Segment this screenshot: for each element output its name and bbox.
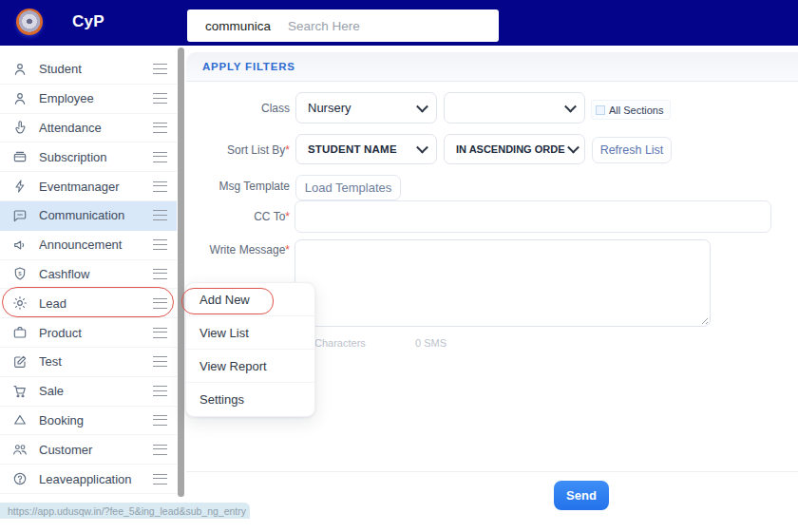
brand-title: CyP bbox=[72, 12, 104, 31]
student-icon bbox=[12, 62, 28, 77]
sidebar-item-label: Subscription bbox=[39, 150, 153, 164]
menu-item-view-report[interactable]: View Report bbox=[186, 350, 314, 383]
chevron-down-icon bbox=[567, 142, 580, 154]
chevron-down-icon bbox=[416, 100, 428, 112]
lead-context-menu: Add New View List View Report Settings bbox=[185, 282, 315, 417]
class-select[interactable]: Nursery bbox=[295, 92, 437, 124]
app-window: CyP communica Search Here Student Employ… bbox=[0, 0, 798, 532]
sms-counter: 0 SMS bbox=[415, 337, 446, 349]
announcement-icon bbox=[12, 238, 28, 253]
submenu-toggle-icon[interactable] bbox=[153, 356, 167, 367]
sidebar-item-booking[interactable]: Booking bbox=[0, 407, 177, 436]
submenu-toggle-icon[interactable] bbox=[153, 269, 167, 279]
booking-icon bbox=[12, 412, 28, 428]
sidebar-item-employee[interactable]: Employee bbox=[0, 85, 177, 114]
submenu-toggle-icon[interactable] bbox=[153, 239, 167, 250]
sale-icon bbox=[12, 384, 28, 399]
sidebar-scrollbar[interactable] bbox=[178, 48, 184, 497]
sidebar-item-cashflow[interactable]: $ Cashflow bbox=[0, 260, 177, 290]
sidebar-item-label: Test bbox=[39, 354, 153, 369]
send-button[interactable]: Send bbox=[554, 481, 609, 510]
sidebar-item-lead[interactable]: Lead bbox=[0, 289, 177, 318]
leaveapplication-icon bbox=[12, 471, 28, 486]
sort-by-select[interactable]: STUDENT NAME bbox=[295, 134, 437, 164]
sidebar-item-sale[interactable]: Sale bbox=[0, 377, 177, 407]
sidebar-item-label: Sale bbox=[39, 384, 153, 398]
message-textarea[interactable] bbox=[294, 239, 711, 327]
sidebar-item-student[interactable]: Student bbox=[0, 55, 177, 85]
resize-handle[interactable] bbox=[699, 315, 708, 324]
submenu-toggle-icon[interactable] bbox=[153, 445, 167, 455]
sidebar-item-test[interactable]: Test bbox=[0, 348, 177, 377]
customer-icon bbox=[12, 442, 28, 457]
submenu-toggle-icon[interactable] bbox=[153, 123, 167, 133]
sidebar-item-label: Employee bbox=[39, 91, 153, 105]
refresh-list-button[interactable]: Refresh List bbox=[592, 137, 672, 163]
sort-by-select-value: STUDENT NAME bbox=[308, 143, 397, 155]
sidebar-nav: Student Employee Attendance Subscription… bbox=[0, 55, 177, 494]
submenu-toggle-icon[interactable] bbox=[153, 210, 167, 220]
sort-order-select[interactable]: IN ASCENDING ORDE bbox=[444, 134, 585, 164]
checkbox-icon[interactable] bbox=[596, 105, 605, 115]
chevron-down-icon bbox=[564, 100, 577, 112]
cashflow-icon: $ bbox=[12, 266, 28, 281]
menu-item-settings[interactable]: Settings bbox=[186, 383, 314, 416]
subscription-icon bbox=[12, 149, 28, 164]
lead-icon bbox=[12, 295, 28, 311]
top-header: CyP communica Search Here bbox=[0, 0, 798, 46]
sidebar-item-communication[interactable]: Communication bbox=[0, 201, 177, 231]
sidebar-item-subscription[interactable]: Subscription bbox=[0, 142, 177, 172]
svg-text:$: $ bbox=[18, 271, 22, 276]
product-icon bbox=[12, 325, 28, 340]
eventmanager-icon bbox=[12, 179, 28, 194]
submenu-toggle-icon[interactable] bbox=[153, 386, 167, 396]
write-message-label: Write Message* bbox=[195, 243, 290, 256]
sort-list-by-label: Sort List By* bbox=[195, 143, 290, 157]
search-bar[interactable]: communica Search Here bbox=[187, 10, 499, 42]
sidebar-item-product[interactable]: Product bbox=[0, 318, 177, 348]
msg-template-label: Msg Template bbox=[195, 180, 290, 193]
menu-item-view-list[interactable]: View List bbox=[186, 316, 314, 350]
app-logo-icon[interactable] bbox=[16, 9, 43, 35]
submenu-toggle-icon[interactable] bbox=[153, 415, 167, 426]
sidebar-item-label: Cashflow bbox=[39, 267, 153, 281]
load-templates-button[interactable]: Load Templates bbox=[295, 175, 401, 200]
sidebar-item-announcement[interactable]: Announcement bbox=[0, 231, 177, 260]
sidebar-item-leaveapplication[interactable]: Leaveapplication bbox=[0, 465, 177, 494]
sidebar-item-label: Announcement bbox=[39, 238, 153, 252]
sidebar-item-attendance[interactable]: Attendance bbox=[0, 114, 177, 143]
communication-icon bbox=[12, 208, 28, 223]
apply-filters-header: APPLY FILTERS bbox=[186, 52, 798, 82]
sort-order-select-value: IN ASCENDING ORDE bbox=[456, 143, 565, 155]
attendance-icon bbox=[12, 120, 28, 135]
all-sections-checkbox[interactable]: All Sections bbox=[591, 100, 671, 120]
sidebar-item-eventmanager[interactable]: Eventmanager bbox=[0, 172, 177, 201]
status-bar-url: https://app.udusqw.in/?fee_5&ing_lead&su… bbox=[0, 503, 250, 519]
submenu-toggle-icon[interactable] bbox=[153, 64, 167, 74]
submenu-toggle-icon[interactable] bbox=[153, 474, 167, 484]
cc-to-input[interactable] bbox=[294, 200, 771, 233]
submenu-toggle-icon[interactable] bbox=[153, 93, 167, 104]
class-label: Class bbox=[195, 102, 290, 115]
submenu-toggle-icon[interactable] bbox=[153, 298, 167, 309]
sidebar-item-label: Attendance bbox=[39, 121, 153, 135]
sidebar-item-customer[interactable]: Customer bbox=[0, 435, 177, 465]
submenu-toggle-icon[interactable] bbox=[153, 328, 167, 338]
submenu-toggle-icon[interactable] bbox=[153, 181, 167, 192]
sidebar-item-label: Customer bbox=[39, 443, 153, 457]
all-sections-label: All Sections bbox=[609, 104, 663, 116]
search-input[interactable]: Search Here bbox=[288, 19, 360, 33]
sidebar-item-label: Lead bbox=[39, 296, 153, 311]
section-select[interactable] bbox=[444, 92, 585, 124]
menu-item-add-new[interactable]: Add New bbox=[186, 283, 314, 316]
sidebar-item-label: Booking bbox=[39, 413, 153, 428]
apply-filters-title: APPLY FILTERS bbox=[202, 61, 295, 72]
search-category-value[interactable]: communica bbox=[205, 19, 271, 33]
sidebar-item-label: Student bbox=[39, 62, 153, 76]
submenu-toggle-icon[interactable] bbox=[153, 152, 167, 162]
sidebar-item-label: Product bbox=[39, 326, 153, 340]
test-icon bbox=[12, 354, 28, 370]
characters-counter: Characters bbox=[314, 337, 366, 349]
footer-divider bbox=[186, 471, 798, 472]
employee-icon bbox=[12, 91, 28, 106]
